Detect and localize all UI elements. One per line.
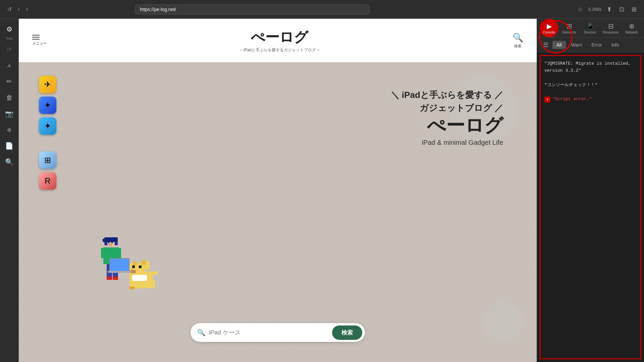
main-layout: ⚙ Tools ☞ A ✏ 🗑 📷 ⊕ 📄 🔍 メニュー ぺーログ ~ iPad…: [0, 19, 644, 362]
bookmark-icon[interactable]: ☆: [576, 4, 585, 14]
menu-label: メニュー: [32, 41, 47, 46]
svg-rect-8: [101, 248, 104, 258]
webpage-area: メニュー ぺーログ ~ iPadと手ぶらを愛するガジェットブログ ~ 🔍 検索 …: [19, 19, 537, 362]
filter-error-button[interactable]: Error: [588, 41, 606, 49]
devices-icon: 📱: [586, 22, 594, 30]
svg-rect-32: [110, 259, 129, 271]
decor-circle-2: [483, 302, 523, 342]
svg-rect-26: [130, 270, 136, 273]
svg-rect-30: [129, 287, 135, 289]
svg-rect-21: [146, 280, 150, 288]
search-icon: 🔍: [197, 328, 206, 337]
address-bar[interactable]: [135, 4, 370, 14]
hamburger-icon: [32, 35, 47, 40]
svg-rect-13: [109, 245, 112, 245]
hero-content: ＼ iPadと手ぶらを愛する ／ ガジェットブログ ／ ぺーログ iPad & …: [391, 89, 503, 146]
svg-rect-12: [111, 242, 113, 243]
document-tool[interactable]: 📄: [2, 139, 16, 153]
browser-chrome: ↺ ‹ › ☆ 0.268s ⬆ ⊡ ⊞: [0, 0, 644, 19]
svg-rect-28: [141, 260, 146, 265]
menu-button[interactable]: メニュー: [32, 35, 47, 46]
hero-section: ✈ ✦ ✦ ⊞ R: [19, 62, 537, 362]
tab-devices[interactable]: 📱 Devices: [580, 21, 600, 36]
svg-rect-9: [118, 248, 121, 258]
sidebar-tools: ⚙ Tools ☞ A ✏ 🗑 📷 ⊕ 📄 🔍: [0, 19, 19, 362]
forward-button[interactable]: ›: [24, 4, 30, 14]
app-icon-4: ⊞: [39, 152, 56, 169]
touch-tool[interactable]: ☞: [2, 42, 16, 56]
tab-elements[interactable]: ⊞ Elements: [559, 21, 579, 36]
elements-label: Elements: [562, 31, 576, 34]
console-message-2: "コンソールチェック！！": [544, 81, 637, 89]
svg-rect-23: [151, 272, 158, 275]
svg-rect-22: [151, 280, 155, 288]
resources-label: Resources: [603, 31, 619, 34]
search-submit-button[interactable]: 検索: [332, 325, 362, 340]
tab-resources[interactable]: ⊟ Resources: [601, 21, 621, 36]
tab-console[interactable]: ▶ Console: [540, 19, 558, 38]
svg-rect-15: [103, 239, 105, 242]
camera-tool[interactable]: 📷: [2, 107, 16, 121]
network-icon: ⊕: [629, 22, 635, 30]
new-tab-icon[interactable]: ⊞: [630, 4, 639, 14]
nav-buttons: ↺ ‹ ›: [5, 4, 30, 14]
svg-rect-24: [132, 265, 135, 268]
hero-title: ぺーログ: [391, 115, 503, 136]
console-label: Console: [543, 31, 555, 34]
hero-subtitle: iPad & minimal Gadget Life: [391, 139, 503, 146]
hero-tagline-2: ガジェットブログ ／: [391, 102, 503, 114]
delete-tool[interactable]: 🗑: [2, 90, 16, 105]
hero-tagline-1: ＼ iPadと手ぶらを愛する ／: [391, 89, 503, 101]
draw-tool[interactable]: ✏: [2, 74, 16, 88]
filter-warn-button[interactable]: Warn: [567, 41, 586, 49]
svg-rect-33: [108, 271, 131, 273]
filter-menu-button[interactable]: ☰: [540, 40, 551, 50]
console-play-icon: ▶: [547, 22, 552, 30]
svg-rect-20: [139, 280, 143, 288]
tools-label: Tools: [6, 37, 13, 40]
share-icon[interactable]: ⬆: [605, 4, 614, 14]
app-icon-3: ✦: [39, 117, 56, 135]
elements-icon: ⊞: [567, 22, 572, 30]
search-bar: 🔍 検索: [191, 323, 365, 342]
timing-badge: 0.268s: [588, 7, 601, 12]
search-input[interactable]: [209, 329, 329, 336]
console-output[interactable]: "JQMIGRATE: Migrate is installed, versio…: [540, 55, 641, 359]
tools-tool[interactable]: ⚙ Tools: [2, 22, 16, 40]
app-icon-1: ✈: [39, 76, 56, 93]
pixel-art-svg: [86, 228, 173, 322]
svg-rect-7: [113, 277, 118, 280]
site-subtitle: ~ iPadと手ぶらを愛するガジェットブログ ~: [240, 47, 320, 53]
text-tool[interactable]: A: [2, 58, 16, 72]
svg-rect-29: [132, 275, 147, 281]
screenshot-tool[interactable]: ⊕: [2, 123, 16, 137]
svg-rect-11: [108, 242, 109, 243]
tab-network[interactable]: ⊕ Network: [622, 21, 642, 36]
site-header: メニュー ぺーログ ~ iPadと手ぶらを愛するガジェットブログ ~ 🔍 検索: [19, 19, 537, 62]
console-message-3: ✕ "Script error.": [544, 95, 637, 104]
site-title-text: ぺーログ: [240, 28, 320, 47]
svg-rect-14: [104, 237, 118, 242]
svg-rect-6: [107, 277, 112, 280]
tab-view-icon[interactable]: ⊡: [617, 4, 626, 14]
filter-all-button[interactable]: All: [552, 41, 566, 49]
svg-rect-25: [139, 265, 142, 268]
refresh-button[interactable]: ↺: [5, 5, 14, 14]
browser-actions: ☆ 0.268s ⬆ ⊡ ⊞: [576, 4, 639, 14]
search-tool[interactable]: 🔍: [2, 155, 16, 169]
site-search-label: 検索: [514, 44, 522, 49]
back-button[interactable]: ‹: [16, 4, 22, 14]
devices-label: Devices: [584, 31, 596, 34]
search-bar-container: 🔍 検索: [191, 323, 365, 342]
console-filter-row: ☰ All Warn Error Info: [537, 38, 644, 52]
site-search-button[interactable]: 🔍 検索: [513, 33, 523, 49]
site-title: ぺーログ ~ iPadと手ぶらを愛するガジェットブログ ~: [240, 28, 320, 53]
devtools-panel: ▶ Console ⊞ Elements 📱 Devices ⊟ Resourc…: [537, 19, 644, 362]
svg-rect-27: [133, 261, 137, 265]
tools-icon: ⚙: [2, 22, 16, 36]
pixel-character-area: [86, 228, 173, 322]
network-label: Network: [626, 31, 638, 34]
filter-info-button[interactable]: Info: [607, 41, 623, 49]
devtools-toolbar: ▶ Console ⊞ Elements 📱 Devices ⊟ Resourc…: [537, 19, 644, 38]
app-icon-2: ✦: [39, 97, 56, 114]
